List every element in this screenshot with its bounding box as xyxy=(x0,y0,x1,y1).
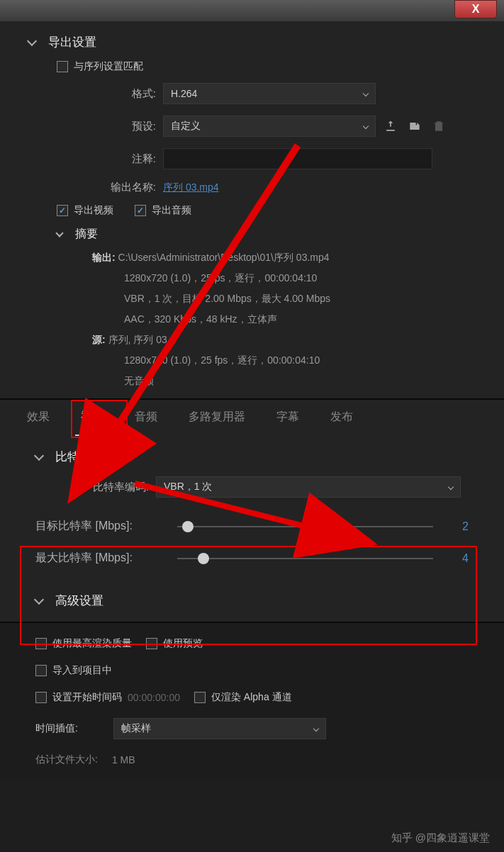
watermark: 知乎 @四象逍遥课堂 xyxy=(391,831,490,845)
max-render-checkbox[interactable] xyxy=(35,638,47,649)
section-title: 导出设置 xyxy=(48,34,96,50)
preset-row: 预设: 自定义 xyxy=(0,110,504,142)
comment-label: 注释: xyxy=(92,152,156,166)
summary-line: VBR，1 次，目标 2.00 Mbps，最大 4.00 Mbps xyxy=(0,288,504,309)
summary-title: 摘要 xyxy=(75,227,98,242)
summary-line: 1280x720 (1.0)，25 fps，逐行，00:00:04:10 xyxy=(0,350,504,371)
tab-publish[interactable]: 发布 xyxy=(325,400,359,436)
output-name-row: 输出名称: 序列 03.mp4 xyxy=(0,175,504,200)
summary-header[interactable]: 摘要 xyxy=(0,221,504,247)
chevron-down-icon xyxy=(363,123,369,129)
tab-multiplexer[interactable]: 多路复用器 xyxy=(183,400,251,436)
max-bitrate-label: 最大比特率 [Mbps]: xyxy=(35,551,163,566)
time-interp-select[interactable]: 帧采样 xyxy=(113,718,326,739)
est-size-value: 1 MB xyxy=(112,754,135,766)
tab-effects[interactable]: 效果 xyxy=(21,400,55,436)
est-size-label: 估计文件大小: xyxy=(35,753,98,766)
slider-thumb[interactable] xyxy=(182,521,194,532)
time-interp-label: 时间插值: xyxy=(35,722,99,735)
summary-line: 无音频 xyxy=(0,371,504,391)
bitrate-panel: 比特率设置 比特率编码: VBR，1 次 目标比特率 [Mbps]: 2 最大比… xyxy=(0,436,504,622)
export-audio-checkbox[interactable] xyxy=(135,205,146,216)
chevron-down-icon xyxy=(34,450,44,460)
bitrate-header[interactable]: 比特率设置 xyxy=(0,443,504,471)
target-bitrate-value[interactable]: 2 xyxy=(447,520,469,533)
export-audio-label: 导出音频 xyxy=(152,204,191,217)
delete-preset-icon[interactable] xyxy=(430,117,448,135)
tabs-panel: 效果 视频 音频 多路复用器 字幕 发布 xyxy=(0,400,504,436)
est-size-row: 估计文件大小: 1 MB xyxy=(0,746,504,773)
comment-row: 注释: xyxy=(0,142,504,175)
timecode-value: 00:00:00:00 xyxy=(128,692,180,703)
export-settings-header[interactable]: 导出设置 xyxy=(0,28,504,56)
summary-line: 1280x720 (1.0)，25fps，逐行，00:00:04:10 xyxy=(0,268,504,288)
target-bitrate-slider[interactable] xyxy=(177,526,433,527)
slider-thumb[interactable] xyxy=(198,553,209,564)
max-bitrate-slider[interactable] xyxy=(177,558,433,559)
max-render-label: 使用最高渲染质量 xyxy=(52,637,132,650)
export-settings-panel: 导出设置 与序列设置匹配 格式: H.264 预设: 自定义 注释: 输出名 xyxy=(0,21,504,398)
bitrate-encoding-label: 比特率编码: xyxy=(71,481,149,494)
summary-line: AAC，320 Kbps，48 kHz，立体声 xyxy=(0,309,504,330)
bitrate-encoding-select[interactable]: VBR，1 次 xyxy=(156,476,461,498)
export-checks-row: 导出视频 导出音频 xyxy=(0,200,504,221)
bottom-options-panel: 使用最高渲染质量 使用预览 导入到项目中 设置开始时间码 00:00:00:00… xyxy=(0,623,504,780)
alpha-only-checkbox[interactable] xyxy=(194,692,206,703)
use-preview-label: 使用预览 xyxy=(163,637,203,650)
comment-input[interactable] xyxy=(163,148,432,169)
import-project-checkbox[interactable] xyxy=(35,665,47,676)
close-icon: X xyxy=(472,3,480,16)
bitrate-title: 比特率设置 xyxy=(55,449,116,465)
format-row: 格式: H.264 xyxy=(0,77,504,110)
timecode-row: 设置开始时间码 00:00:00:00 仅渲染 Alpha 通道 xyxy=(0,684,504,711)
max-bitrate-value[interactable]: 4 xyxy=(447,552,469,565)
import-preset-icon[interactable] xyxy=(405,117,424,135)
window-titlebar: X xyxy=(0,0,504,21)
tab-bar: 效果 视频 音频 多路复用器 字幕 发布 xyxy=(0,400,504,436)
chevron-down-icon xyxy=(27,35,37,45)
import-project-label: 导入到项目中 xyxy=(52,664,112,677)
chevron-down-icon xyxy=(363,91,369,96)
use-preview-checkbox[interactable] xyxy=(146,638,157,649)
output-name-link[interactable]: 序列 03.mp4 xyxy=(163,181,219,194)
chevron-down-icon xyxy=(313,726,319,732)
advanced-header[interactable]: 高级设置 xyxy=(0,587,504,615)
format-select[interactable]: H.264 xyxy=(163,83,376,104)
preset-select[interactable]: 自定义 xyxy=(163,116,376,137)
summary-source: 源: 序列, 序列 03 xyxy=(0,330,504,350)
start-tc-checkbox[interactable] xyxy=(35,692,47,703)
bitrate-encoding-row: 比特率编码: VBR，1 次 xyxy=(0,471,504,503)
time-interp-row: 时间插值: 帧采样 xyxy=(0,711,504,746)
tab-video[interactable]: 视频 xyxy=(75,400,109,436)
tab-audio[interactable]: 音频 xyxy=(129,400,163,436)
match-sequence-checkbox[interactable] xyxy=(57,61,68,72)
tab-captions[interactable]: 字幕 xyxy=(271,400,305,436)
advanced-title: 高级设置 xyxy=(55,593,103,609)
format-label: 格式: xyxy=(92,87,156,101)
start-tc-label: 设置开始时间码 xyxy=(52,691,122,704)
alpha-only-label: 仅渲染 Alpha 通道 xyxy=(211,691,292,704)
match-sequence-label: 与序列设置匹配 xyxy=(74,60,143,73)
target-bitrate-row: 目标比特率 [Mbps]: 2 xyxy=(0,510,504,542)
match-sequence-row: 与序列设置匹配 xyxy=(0,56,504,77)
preset-label: 预设: xyxy=(92,120,156,133)
close-button[interactable]: X xyxy=(454,0,497,18)
chevron-down-icon xyxy=(448,484,454,490)
max-bitrate-row: 最大比特率 [Mbps]: 4 xyxy=(0,542,504,574)
output-name-label: 输出名称: xyxy=(92,181,156,194)
export-video-label: 导出视频 xyxy=(74,204,113,217)
export-video-checkbox[interactable] xyxy=(57,205,68,216)
import-project-row: 导入到项目中 xyxy=(0,657,504,684)
render-quality-row: 使用最高渲染质量 使用预览 xyxy=(0,630,504,657)
target-bitrate-label: 目标比特率 [Mbps]: xyxy=(35,519,163,534)
save-preset-icon[interactable] xyxy=(381,117,400,135)
chevron-down-icon xyxy=(55,229,63,237)
summary-output: 输出: C:\Users\Administrator\Desktop\01\序列… xyxy=(0,247,504,268)
chevron-down-icon xyxy=(34,594,44,604)
